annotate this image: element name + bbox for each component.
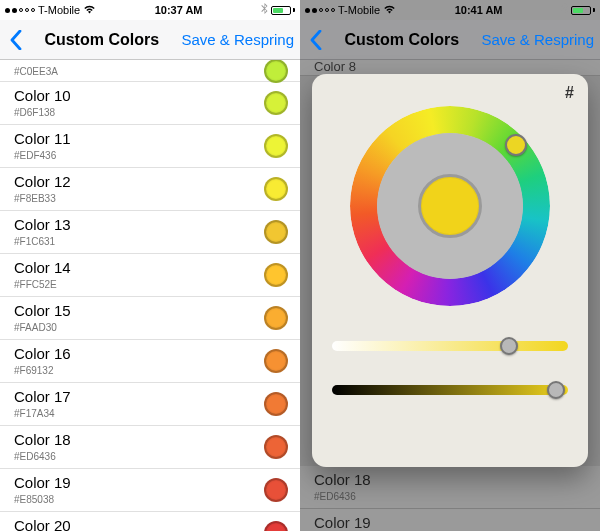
page-title: Custom Colors: [22, 31, 181, 49]
color-hex: #FFC52E: [14, 279, 264, 290]
color-swatch-icon: [264, 435, 288, 459]
color-hex: #F8EB33: [14, 193, 264, 204]
list-item[interactable]: Color 20#E43C39: [0, 512, 300, 531]
hex-prefix-label[interactable]: #: [565, 84, 574, 102]
lightness-thumb[interactable]: [547, 381, 565, 399]
color-hex: #F1C631: [14, 236, 264, 247]
battery-icon: [571, 6, 595, 15]
hue-knob[interactable]: [505, 134, 527, 156]
chevron-left-icon: [10, 30, 22, 50]
signal-dots-icon: [5, 8, 35, 13]
color-hex: #F17A34: [14, 408, 264, 419]
color-hex: #D6F138: [14, 107, 264, 118]
color-picker-popup[interactable]: #: [312, 74, 588, 467]
color-hex: #FAAD30: [14, 322, 264, 333]
list-item[interactable]: Color 18#ED6436: [0, 426, 300, 469]
lightness-track-icon: [332, 385, 568, 395]
color-swatch-icon: [264, 134, 288, 158]
color-name: Color 19: [314, 515, 588, 531]
color-swatch-icon: [264, 177, 288, 201]
page-title: Custom Colors: [322, 31, 481, 49]
saturation-slider[interactable]: [332, 334, 568, 358]
color-swatch-icon: [264, 521, 288, 531]
saturation-track-icon: [332, 341, 568, 351]
hue-wheel[interactable]: [350, 106, 550, 306]
list-item[interactable]: Color 10#D6F138: [0, 82, 300, 125]
list-item[interactable]: Color 17#F17A34: [0, 383, 300, 426]
color-name: Color 19: [14, 475, 264, 492]
color-hex: #ED6436: [14, 451, 264, 462]
list-item[interactable]: Color 16#F69132: [0, 340, 300, 383]
list-item: Color 19#E85038: [300, 509, 600, 531]
color-name: Color 8: [314, 60, 588, 74]
color-hex: #E85038: [14, 494, 264, 505]
color-name: Color 15: [14, 303, 264, 320]
carrier-label: T-Mobile: [338, 4, 380, 16]
color-swatch-icon: [264, 392, 288, 416]
color-name: Color 20: [14, 518, 264, 531]
color-swatch-icon: [264, 263, 288, 287]
color-name: Color 18: [14, 432, 264, 449]
color-hex: #EDF436: [14, 150, 264, 161]
list-item[interactable]: Color 19#E85038: [0, 469, 300, 512]
color-name: Color 18: [314, 472, 588, 489]
list-item[interactable]: Color 14#FFC52E: [0, 254, 300, 297]
color-name: Color 10: [14, 88, 264, 105]
clock: 10:37 AM: [155, 4, 203, 16]
color-swatch-icon: [264, 91, 288, 115]
color-hex: #ED6436: [314, 491, 588, 502]
signal-dots-icon: [305, 8, 335, 13]
bluetooth-icon: [561, 3, 568, 17]
screen-list: T-Mobile 10:37 AM Custom Colors Save & R: [0, 0, 300, 531]
list-item[interactable]: Color 13#F1C631: [0, 211, 300, 254]
color-name: Color 16: [14, 346, 264, 363]
saturation-thumb[interactable]: [500, 337, 518, 355]
list-item[interactable]: Color 15#FAAD30: [0, 297, 300, 340]
clock: 10:41 AM: [455, 4, 503, 16]
chevron-left-icon: [310, 30, 322, 50]
screen-picker: T-Mobile 10:41 AM Custom Colors Save & R: [300, 0, 600, 531]
list-item[interactable]: #C0EE3A: [0, 60, 300, 82]
wifi-icon: [383, 4, 396, 16]
selected-color-swatch: [418, 174, 482, 238]
carrier-label: T-Mobile: [38, 4, 80, 16]
color-hex: #C0EE3A: [14, 66, 264, 77]
save-respring-button[interactable]: Save & Respring: [181, 31, 294, 48]
color-swatch-icon: [264, 349, 288, 373]
color-swatch-icon: [264, 306, 288, 330]
list-item: Color 18#ED6436: [300, 466, 600, 509]
color-list[interactable]: #C0EE3AColor 10#D6F138Color 11#EDF436Col…: [0, 60, 300, 531]
color-swatch-icon: [264, 478, 288, 502]
color-name: Color 17: [14, 389, 264, 406]
list-item[interactable]: Color 12#F8EB33: [0, 168, 300, 211]
color-name: Color 13: [14, 217, 264, 234]
nav-bar: Custom Colors Save & Respring: [300, 20, 600, 60]
bluetooth-icon: [261, 3, 268, 17]
color-swatch-icon: [264, 220, 288, 244]
color-swatch-icon: [264, 60, 288, 83]
status-bar: T-Mobile 10:37 AM: [0, 0, 300, 20]
color-hex: #F69132: [14, 365, 264, 376]
list-item[interactable]: Color 11#EDF436: [0, 125, 300, 168]
save-respring-button[interactable]: Save & Respring: [481, 31, 594, 48]
color-name: Color 11: [14, 131, 264, 148]
nav-bar: Custom Colors Save & Respring: [0, 20, 300, 60]
lightness-slider[interactable]: [332, 378, 568, 402]
color-name: Color 14: [14, 260, 264, 277]
battery-icon: [271, 6, 295, 15]
color-name: Color 12: [14, 174, 264, 191]
status-bar: T-Mobile 10:41 AM: [300, 0, 600, 20]
wifi-icon: [83, 4, 96, 16]
